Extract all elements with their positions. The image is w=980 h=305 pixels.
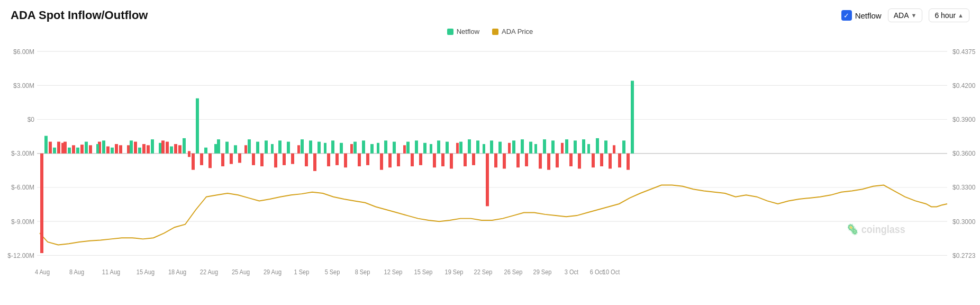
svg-rect-53 [196, 98, 199, 154]
svg-rect-87 [370, 144, 374, 154]
svg-rect-144 [271, 144, 274, 154]
svg-rect-88 [380, 154, 383, 170]
coin-dropdown[interactable]: ADA ▼ [888, 8, 923, 22]
checkbox-icon[interactable]: ✓ [841, 10, 852, 21]
svg-rect-76 [313, 154, 316, 171]
svg-rect-31 [80, 145, 84, 154]
time-dropdown-chevron: ▲ [958, 12, 964, 19]
svg-text:$0.3300: $0.3300 [952, 184, 975, 192]
svg-text:18 Aug: 18 Aug [168, 268, 186, 275]
svg-rect-39 [119, 145, 122, 153]
svg-text:$0: $0 [28, 115, 34, 123]
svg-rect-104 [464, 154, 467, 166]
svg-rect-119 [543, 139, 546, 154]
svg-rect-61 [234, 145, 237, 153]
netflow-checkbox-label: Netflow [855, 11, 882, 20]
svg-rect-102 [450, 154, 453, 169]
svg-text:1 Sep: 1 Sep [294, 268, 310, 275]
svg-rect-120 [547, 154, 550, 170]
svg-rect-121 [551, 140, 555, 153]
svg-rect-151 [456, 143, 459, 154]
svg-rect-30 [76, 148, 79, 154]
svg-rect-142 [214, 144, 217, 154]
svg-rect-133 [618, 154, 621, 168]
svg-rect-38 [115, 144, 118, 154]
svg-rect-70 [283, 154, 286, 165]
svg-rect-109 [490, 140, 493, 153]
svg-rect-105 [468, 139, 471, 154]
svg-rect-91 [393, 142, 396, 154]
svg-rect-63 [248, 139, 251, 154]
svg-rect-66 [260, 154, 264, 166]
svg-rect-156 [587, 144, 590, 154]
svg-rect-89 [384, 140, 387, 153]
svg-rect-131 [604, 140, 607, 153]
netflow-checkbox[interactable]: ✓ Netflow [841, 10, 882, 21]
svg-rect-75 [309, 140, 312, 153]
svg-text:29 Sep: 29 Sep [533, 268, 552, 275]
svg-rect-81 [340, 143, 343, 154]
svg-text:11 Aug: 11 Aug [102, 268, 120, 275]
svg-rect-36 [106, 146, 110, 153]
svg-text:22 Sep: 22 Sep [474, 268, 493, 275]
svg-rect-127 [582, 139, 585, 154]
svg-rect-60 [230, 154, 233, 164]
svg-rect-99 [437, 140, 440, 153]
svg-rect-114 [516, 154, 520, 168]
svg-text:26 Sep: 26 Sep [504, 268, 523, 275]
svg-rect-65 [256, 142, 259, 154]
svg-text:$-12.00M: $-12.00M [7, 252, 34, 259]
chart-area: $6.00M $3.00M $0 $-3.00M $-6.00M $-9.00M… [0, 40, 980, 292]
legend-price: ADA Price [492, 28, 533, 35]
svg-text:$3.00M: $3.00M [13, 82, 34, 89]
svg-rect-129 [596, 138, 599, 154]
svg-rect-149 [403, 145, 406, 153]
svg-text:10 Oct: 10 Oct [603, 268, 620, 275]
svg-rect-35 [102, 140, 105, 153]
legend-netflow: Netflow [447, 28, 479, 35]
svg-rect-132 [609, 154, 612, 169]
svg-rect-134 [622, 140, 625, 153]
svg-text:$0.3000: $0.3000 [952, 218, 975, 226]
svg-rect-83 [353, 142, 357, 154]
svg-rect-111 [498, 142, 502, 154]
svg-rect-98 [433, 154, 436, 168]
svg-text:15 Sep: 15 Sep [414, 268, 433, 275]
svg-rect-51 [183, 138, 186, 154]
svg-text:5 Sep: 5 Sep [325, 268, 340, 275]
svg-rect-59 [225, 142, 229, 154]
svg-rect-95 [415, 140, 418, 153]
chart-svg: $6.00M $3.00M $0 $-3.00M $-6.00M $-9.00M… [0, 40, 980, 292]
svg-text:8 Aug: 8 Aug [69, 268, 84, 275]
svg-rect-49 [174, 144, 177, 154]
legend-price-color [492, 29, 498, 35]
svg-rect-47 [166, 142, 169, 154]
page-title: ADA Spot Inflow/Outflow [11, 8, 148, 22]
svg-rect-115 [521, 139, 524, 154]
svg-rect-28 [68, 148, 71, 154]
svg-rect-150 [430, 144, 432, 154]
svg-rect-74 [305, 154, 308, 166]
svg-rect-143 [244, 145, 247, 153]
svg-rect-136 [631, 80, 634, 153]
svg-rect-26 [57, 142, 60, 154]
svg-rect-152 [483, 144, 485, 154]
svg-rect-72 [291, 154, 294, 164]
time-dropdown[interactable]: 6 hour ▲ [929, 8, 969, 22]
svg-rect-55 [204, 148, 207, 154]
svg-text:25 Aug: 25 Aug [232, 268, 250, 275]
chart-container: ADA Spot Inflow/Outflow ✓ Netflow ADA ▼ … [0, 0, 980, 305]
svg-rect-77 [317, 142, 321, 154]
svg-rect-50 [178, 145, 182, 153]
svg-rect-118 [539, 154, 542, 169]
svg-text:3 Oct: 3 Oct [565, 268, 579, 275]
svg-text:$0.3900: $0.3900 [952, 115, 975, 123]
svg-text:$-9.00M: $-9.00M [11, 218, 34, 226]
svg-text:$-6.00M: $-6.00M [11, 184, 34, 192]
svg-text:8 Sep: 8 Sep [355, 268, 370, 275]
svg-rect-96 [419, 154, 422, 165]
svg-rect-45 [151, 139, 154, 154]
svg-rect-137 [61, 143, 64, 154]
svg-text:19 Sep: 19 Sep [445, 268, 464, 275]
svg-rect-62 [238, 154, 241, 163]
